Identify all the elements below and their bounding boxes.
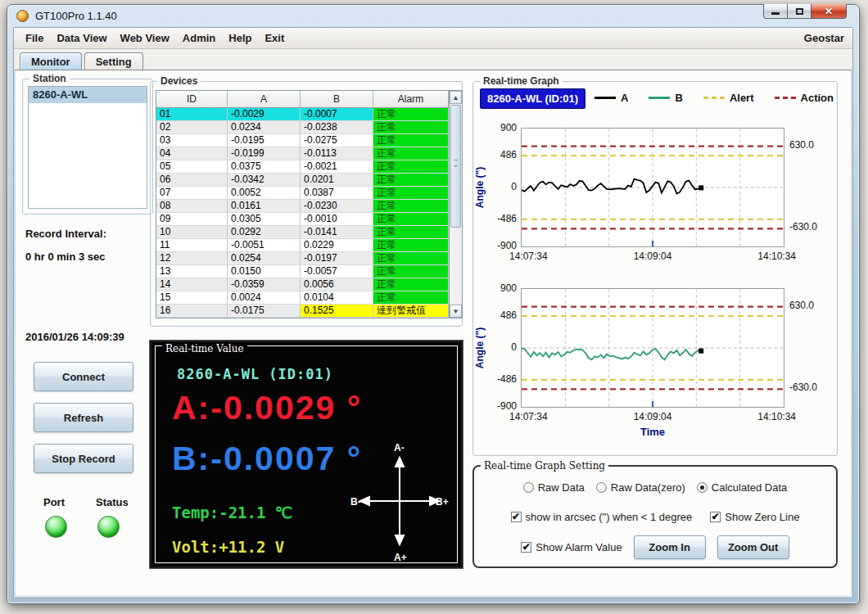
column-header-a: A [228,91,301,108]
x-axis-labels: 14:07:3414:09:0414:10:34 [521,249,784,262]
cell-a: 0.0305 [228,213,301,226]
cell-alarm-status: 正常 [373,213,449,226]
cell-b: 0.0229 [301,239,373,252]
menu-item-web-view[interactable]: Web View [114,29,176,47]
checkbox-show-alarm-value[interactable]: ✔Show Alarm Value [521,541,622,553]
devices-table-scrollbar[interactable]: ▲ ▼ [449,90,463,318]
graph-settings-title: Real-time Graph Setting [481,460,608,472]
table-row[interactable]: 050.0375-0.0021正常 [156,160,449,174]
x-tick-label: 14:10:34 [757,251,796,262]
legend-line-sample [594,97,616,99]
realtime-device-id: 8260-A-WL (ID:01) [177,366,333,382]
realtime-value-title: Real-time Value [162,343,247,354]
y-tick-label: -900 [497,240,517,251]
cell-id: 09 [156,213,228,226]
radio-button-icon[interactable] [523,482,534,493]
maximize-button[interactable] [788,4,811,19]
menu-bar: FileData ViewWeb ViewAdminHelpExit Geost… [14,28,852,49]
zoom-in-button[interactable]: Zoom In [634,535,706,559]
table-row[interactable]: 120.0254-0.0197正常 [156,252,449,265]
y-tick-label: 486 [500,309,517,321]
refresh-button[interactable]: Refresh [34,403,133,432]
checkbox-0[interactable]: ✔show in arcsec (") when < 1 degree [511,511,693,523]
table-row[interactable]: 03-0.0195-0.0275正常 [156,134,449,147]
cell-id: 14 [156,278,228,291]
plot-area [521,128,784,247]
port-led-indicator [45,516,67,538]
cell-b: 0.0201 [301,174,373,187]
table-row[interactable]: 150.00240.0104正常 [156,291,449,305]
table-row[interactable]: 080.0161-0.0230正常 [156,200,449,213]
y-axis-ticks: 9004860-486-900 [486,128,519,247]
radio-raw-data[interactable]: Raw Data [523,481,585,494]
table-row[interactable]: 01-0.0029-0.0007正常 [156,108,449,121]
checkbox-1[interactable]: ✔Show Zero Line [710,511,799,523]
cell-a: 0.0234 [228,121,301,134]
checkbox-icon[interactable]: ✔ [511,512,522,522]
radio-button-icon[interactable] [697,482,708,493]
cell-b: -0.0238 [301,121,373,134]
cell-alarm-status: 正常 [373,121,449,134]
table-row[interactable]: 020.0234-0.0238正常 [156,121,449,134]
radio-raw-data-zero-[interactable]: Raw Data(zero) [596,481,685,494]
legend-label: A [621,92,628,104]
table-row[interactable]: 16-0.01750.1525達到警戒值 [156,305,449,318]
cell-id: 15 [156,291,228,305]
zoom-out-button[interactable]: Zoom Out [717,535,789,559]
alarm-zoom-row: ✔Show Alarm ValueZoom InZoom Out [474,535,836,559]
table-row[interactable]: 11-0.00510.0229正常 [156,239,449,252]
cell-alarm-status: 正常 [373,174,449,187]
cell-alarm-status: 正常 [373,265,449,278]
menu-item-exit[interactable]: Exit [258,29,291,47]
cell-id: 06 [156,174,228,187]
cell-a: 0.0292 [228,226,301,239]
minimize-button[interactable] [763,4,788,19]
table-row[interactable]: 04-0.0199-0.0113正常 [156,147,449,160]
devices-panel-title: Devices [157,75,201,87]
tab-monitor[interactable]: Monitor [20,52,82,70]
radio-button-icon[interactable] [596,482,607,493]
connect-button[interactable]: Connect [34,362,133,391]
title-bar[interactable]: GT100Pro 1.1.40 ✕ [13,5,853,27]
menu-item-admin[interactable]: Admin [176,29,222,47]
scroll-up-arrow-icon[interactable]: ▲ [450,91,462,104]
close-button[interactable]: ✕ [811,4,847,19]
cell-a: 0.0254 [228,252,301,265]
scrollbar-thumb[interactable] [450,105,461,228]
cell-a: 0.0150 [228,265,301,278]
menu-item-file[interactable]: File [19,29,50,47]
station-list[interactable]: 8260-A-WL [28,86,147,209]
cell-alarm-status: 正常 [373,147,449,160]
port-label: Port [43,496,65,508]
devices-table[interactable]: IDABAlarm01-0.0029-0.0007正常020.0234-0.02… [156,90,449,318]
legend-line-sample [703,97,725,99]
table-row[interactable]: 100.0292-0.0141正常 [156,226,449,239]
checkbox-icon[interactable]: ✔ [521,542,531,553]
y-tick-label: 900 [500,282,517,294]
cell-b: -0.0141 [301,226,373,239]
table-row[interactable]: 130.0150-0.0057正常 [156,265,449,278]
realtime-a-value: A:-0.0029 ° [172,389,362,427]
app-icon [16,10,29,22]
station-list-item[interactable]: 8260-A-WL [29,87,147,103]
stop-record-button[interactable]: Stop Record [34,444,133,473]
cell-id: 02 [156,121,228,134]
tab-setting[interactable]: Setting [84,52,143,70]
legend-label: B [675,92,682,104]
table-row[interactable]: 14-0.03590.0056正常 [156,278,449,291]
menu-item-help[interactable]: Help [222,29,258,47]
cell-alarm-status: 正常 [373,200,449,213]
legend-line-sample [775,97,796,99]
cell-id: 04 [156,147,228,160]
x-tick-label: 14:09:04 [634,411,672,422]
scroll-down-arrow-icon[interactable]: ▼ [450,305,462,318]
monitor-tab-content: Station 8260-A-WL Record Interval: 0 hr … [14,70,852,598]
table-row[interactable]: 090.0305-0.0010正常 [156,213,449,226]
menu-item-data-view[interactable]: Data View [50,29,113,47]
status-led-indicator [97,516,120,538]
time-axis-label: Time [521,426,784,438]
table-row[interactable]: 06-0.03420.0201正常 [156,174,449,187]
table-row[interactable]: 070.00520.0387正常 [156,187,449,200]
checkbox-icon[interactable]: ✔ [710,512,721,522]
radio-calculated-data[interactable]: Calculated Data [697,481,788,494]
